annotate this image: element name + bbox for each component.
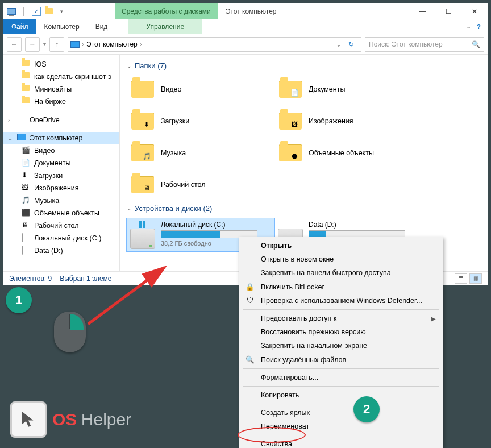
chevron-right-icon[interactable]: › xyxy=(82,40,84,48)
context-menu-item[interactable]: 🔍Поиск удалённых файлов xyxy=(240,352,442,367)
tree-item[interactable]: 🎬Видео xyxy=(3,144,119,157)
breadcrumb-bar[interactable]: › Этот компьютер › ⌄ ↻ xyxy=(68,37,361,52)
search-icon: 🔍 xyxy=(245,355,255,364)
tab-view[interactable]: Вид xyxy=(88,19,116,34)
tree-thispc[interactable]: ⌄Этот компьютер xyxy=(3,132,119,144)
context-menu-item[interactable]: Переименоват xyxy=(240,420,442,433)
tab-computer[interactable]: Компьютер xyxy=(36,19,88,34)
breadcrumb-history-icon[interactable]: ⌄ xyxy=(336,40,342,48)
context-menu-item[interactable]: 🛡Проверка с использованием Windows Defen… xyxy=(240,294,442,308)
context-item-label: Форматировать... xyxy=(261,374,318,381)
search-input[interactable]: Поиск: Этот компьютер 🔍 xyxy=(365,37,484,52)
close-button[interactable]: ✕ xyxy=(461,3,488,19)
tree-item[interactable]: ⬛Объемные объекты xyxy=(3,207,119,219)
tree-item[interactable]: 🖥Рабочий стол xyxy=(3,219,119,232)
context-menu-item[interactable]: Восстановить прежнюю версию xyxy=(240,325,442,339)
tree-item-label: Загрузки xyxy=(34,172,63,180)
app-icon xyxy=(7,7,16,16)
search-icon[interactable]: 🔍 xyxy=(472,40,480,48)
tree-item[interactable]: 🖼Изображения xyxy=(3,182,119,194)
folder-label: Объемные объекты xyxy=(309,149,374,157)
tree-item[interactable]: ⬇Загрузки xyxy=(3,169,119,182)
refresh-icon[interactable]: ↻ xyxy=(344,40,359,48)
folder-label: Видео xyxy=(161,85,182,93)
context-item-label: Закрепить на панели быстрого доступа xyxy=(261,269,391,277)
context-separator xyxy=(243,404,439,404)
tree-item[interactable]: как сделать скриншот э xyxy=(3,70,119,83)
search-placeholder: Поиск: Этот компьютер xyxy=(369,40,443,48)
group-folders-header[interactable]: ⌄Папки (7) xyxy=(127,61,481,70)
tab-file[interactable]: Файл xyxy=(3,19,36,34)
context-item-label: Закрепить на начальном экране xyxy=(261,342,367,350)
context-menu-item[interactable]: Закрепить на начальном экране xyxy=(240,339,442,352)
context-menu-item[interactable]: Копировать xyxy=(240,388,442,402)
chevron-right-icon[interactable]: › xyxy=(140,40,142,48)
view-icons-button[interactable]: ▦ xyxy=(469,273,482,284)
tree-item[interactable]: Локальный диск (C:) xyxy=(3,232,119,244)
chevron-down-icon: ⌄ xyxy=(127,205,131,211)
tree-item[interactable]: 🎵Музыка xyxy=(3,194,119,207)
tree-item[interactable]: IOS xyxy=(3,58,119,70)
folder-item[interactable]: 🖥Рабочий стол xyxy=(127,171,274,198)
window-title: Этот компьютер xyxy=(218,3,277,19)
status-item-count: Элементов: 9 xyxy=(9,275,52,283)
expand-icon[interactable]: › xyxy=(8,117,14,123)
folder-item[interactable]: 📄Документы xyxy=(274,76,422,103)
tree-item-icon: ⬛ xyxy=(22,209,31,218)
context-menu-item[interactable]: Открыть xyxy=(240,239,442,252)
context-item-label: Свойства xyxy=(261,440,292,448)
annotation-badge-1: 1 xyxy=(6,287,32,313)
folder-label: Рабочий стол xyxy=(161,181,205,189)
nav-up-button[interactable]: ↑ xyxy=(49,37,64,52)
breadcrumb-root[interactable]: Этот компьютер xyxy=(86,40,138,48)
context-item-label: Создать ярлык xyxy=(261,409,310,417)
minimize-button[interactable]: — xyxy=(409,3,435,19)
folder-qat-icon[interactable] xyxy=(44,7,53,16)
context-menu-item[interactable]: Свойства xyxy=(240,437,442,448)
context-item-label: Копировать xyxy=(261,391,299,399)
drive-label: Data (D:) xyxy=(309,221,419,229)
tree-item-icon: ⬇ xyxy=(22,171,31,180)
folder-item[interactable]: ⬣Объемные объекты xyxy=(274,139,422,167)
context-menu-item[interactable]: Открыть в новом окне xyxy=(240,252,442,266)
tree-item[interactable]: 📄Документы xyxy=(3,157,119,169)
breadcrumb-pc-icon xyxy=(70,40,80,49)
folder-item[interactable]: 🖼Изображения xyxy=(274,107,422,135)
context-separator xyxy=(243,435,439,435)
tree-item-label: Видео xyxy=(34,147,55,155)
view-details-button[interactable]: ≣ xyxy=(455,273,467,284)
tree-item[interactable]: Минисайты xyxy=(3,83,119,96)
context-item-label: Переименоват xyxy=(261,422,309,430)
folder-icon: 🎵 xyxy=(130,142,155,164)
context-item-label: Открыть в новом окне xyxy=(261,255,334,263)
context-menu-item[interactable]: Закрепить на панели быстрого доступа xyxy=(240,266,442,280)
context-menu-item[interactable]: Форматировать... xyxy=(240,371,442,384)
folder-item[interactable]: Видео xyxy=(127,76,274,103)
tree-item-label: Изображения xyxy=(34,184,79,192)
group-drives-header[interactable]: ⌄Устройства и диски (2) xyxy=(127,204,481,213)
nav-back-button[interactable]: ← xyxy=(7,37,22,52)
ribbon-collapse-icon[interactable]: ⌄ xyxy=(466,23,471,30)
maximize-button[interactable]: ☐ xyxy=(435,3,461,19)
context-menu-item[interactable]: Создать ярлык xyxy=(240,406,442,420)
tree-onedrive[interactable]: ›OneDrive xyxy=(3,114,119,126)
tree-item-label: Музыка xyxy=(34,197,59,205)
nav-forward-button[interactable]: → xyxy=(25,37,40,52)
tab-manage[interactable]: Управление xyxy=(128,19,202,34)
tree-item[interactable]: На бирже xyxy=(3,96,119,108)
context-item-label: Включить BitLocker xyxy=(261,283,324,291)
help-icon[interactable]: ? xyxy=(477,23,481,30)
folder-icon: 📄 xyxy=(278,78,303,101)
collapse-icon[interactable]: ⌄ xyxy=(8,135,14,142)
folder-item[interactable]: 🎵Музыка xyxy=(127,139,274,167)
watermark-logo: OS Helper xyxy=(10,401,131,438)
qat-dropdown-icon[interactable]: ▾ xyxy=(57,7,66,16)
context-separator xyxy=(243,386,439,387)
folder-item[interactable]: ⬇Загрузки xyxy=(127,107,274,135)
nav-recent-dropdown[interactable]: ▾ xyxy=(43,41,46,47)
tree-item-label: Рабочий стол xyxy=(34,222,78,230)
tree-item[interactable]: Data (D:) xyxy=(3,244,119,257)
checkbox-qat-icon[interactable]: ✓ xyxy=(32,7,41,16)
context-menu-item[interactable]: Предоставить доступ к▶ xyxy=(240,312,442,325)
context-menu-item[interactable]: 🔒Включить BitLocker xyxy=(240,280,442,294)
